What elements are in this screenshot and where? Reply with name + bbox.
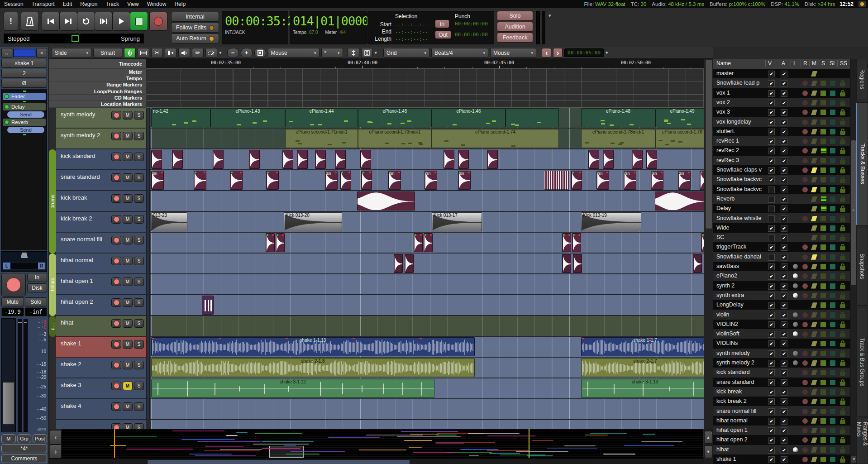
- ruler-label-tempo[interactable]: Tempo: [49, 75, 146, 81]
- solo-safe-lock-icon[interactable]: [840, 439, 845, 443]
- solo-state-icon[interactable]: [820, 254, 826, 260]
- side-tab-tracks-busses[interactable]: Tracks & Busses: [856, 102, 868, 225]
- track-solo-button[interactable]: S: [134, 298, 144, 307]
- solo-state-icon[interactable]: [820, 129, 826, 134]
- peak-display[interactable]: -inf: [25, 307, 48, 316]
- list-row-name[interactable]: vox 1: [716, 90, 766, 96]
- list-row-name[interactable]: kick break: [716, 388, 766, 395]
- strip-width-button[interactable]: ↔: [1, 48, 12, 58]
- track-timeline[interactable]: [151, 149, 704, 170]
- track-solo-button[interactable]: S: [134, 215, 144, 224]
- list-row-shake-1[interactable]: shake 1✔✔: [713, 454, 850, 464]
- solo-safe-lock-icon[interactable]: [840, 227, 845, 231]
- vertical-scrollbar-thumb[interactable]: [705, 60, 712, 229]
- track-name[interactable]: hihat: [61, 319, 111, 326]
- record-safe-icon[interactable]: [802, 129, 808, 134]
- processor-led[interactable]: [5, 105, 9, 109]
- pan-control[interactable]: L R: [1, 251, 47, 272]
- list-row-name[interactable]: hihat: [716, 446, 766, 453]
- visible-checkbox[interactable]: ✔: [768, 369, 775, 376]
- active-checkbox[interactable]: ✔: [781, 312, 787, 319]
- list-row-name[interactable]: VIOLINs: [716, 340, 766, 346]
- solo-safe-lock-icon[interactable]: [840, 246, 845, 250]
- record-button[interactable]: [149, 12, 167, 31]
- record-safe-icon[interactable]: [802, 457, 808, 462]
- record-safe-icon[interactable]: [802, 370, 808, 375]
- solo-isolate-icon[interactable]: [830, 302, 835, 308]
- zoom-focus-dropdown[interactable]: Mouse▾: [268, 48, 320, 57]
- track-header[interactable]: snare normal fillMS: [56, 233, 146, 253]
- mute-state-icon[interactable]: [811, 196, 817, 202]
- list-row-name[interactable]: kick break 2: [716, 398, 766, 404]
- mute-state-icon[interactable]: [811, 216, 817, 221]
- active-checkbox[interactable]: ✔: [781, 244, 787, 251]
- visible-checkbox[interactable]: [768, 234, 775, 241]
- visible-checkbox[interactable]: [768, 215, 775, 222]
- region[interactable]: [487, 150, 498, 169]
- track-header[interactable]: shake 4MS: [56, 399, 146, 420]
- track-header[interactable]: synth melodyMS: [56, 108, 146, 128]
- record-safe-icon[interactable]: [802, 437, 808, 443]
- metering-point-button[interactable]: Post: [33, 434, 47, 443]
- list-row-snare-standard[interactable]: snare standard✔✔: [713, 378, 850, 387]
- region[interactable]: sn: [388, 171, 401, 190]
- visible-checkbox[interactable]: ✔: [768, 379, 775, 386]
- scroll-up-button[interactable]: ▲: [704, 431, 712, 444]
- track-header[interactable]: snare standardMS: [56, 170, 146, 191]
- track-record-button[interactable]: [111, 194, 121, 203]
- mute-state-icon[interactable]: [811, 312, 817, 318]
- transport-expand-chevron[interactable]: ▾: [548, 13, 551, 19]
- list-row-revRec-2[interactable]: revRec 2✔✔: [713, 146, 850, 155]
- track-list-scrollbar[interactable]: ≡ ▼: [850, 59, 857, 464]
- region[interactable]: [646, 150, 657, 169]
- ruler-lane-location-markers[interactable]: [146, 101, 704, 108]
- list-row-name[interactable]: Wide: [716, 225, 766, 231]
- active-checkbox[interactable]: ✔: [781, 109, 787, 116]
- solo-state-icon[interactable]: [820, 399, 826, 404]
- processor-delay[interactable]: Delay: [3, 103, 46, 110]
- track-timeline[interactable]: [151, 316, 704, 336]
- track-color-strip[interactable]: [13, 49, 35, 57]
- region[interactable]: [405, 254, 414, 273]
- region[interactable]: ePiano-1.45: [358, 108, 432, 127]
- ruler-lane-range-markers[interactable]: [146, 81, 704, 88]
- solo-state-icon[interactable]: [820, 139, 826, 144]
- list-row-name[interactable]: SC: [716, 234, 766, 240]
- mute-state-icon[interactable]: [811, 283, 817, 289]
- list-row-synth-2[interactable]: synth 2✔✔: [713, 281, 850, 291]
- list-row-hihat-open-2[interactable]: hihat open 2✔✔: [713, 435, 850, 445]
- list-row-Wide[interactable]: Wide✔✔: [713, 223, 850, 233]
- list-row-name[interactable]: vox 2: [716, 99, 766, 105]
- solo-state-icon[interactable]: [820, 148, 827, 153]
- region[interactable]: [444, 150, 454, 169]
- track-solo-button[interactable]: S: [134, 382, 144, 390]
- active-checkbox[interactable]: ✔: [781, 379, 787, 386]
- list-row-master[interactable]: master✔✔: [713, 69, 850, 78]
- ruler-label-cd-markers[interactable]: CD Markers: [49, 95, 146, 101]
- solo-state-icon[interactable]: [820, 380, 826, 385]
- record-safe-icon[interactable]: [802, 409, 808, 414]
- list-row-vox-longdelay[interactable]: vox longdelay✔✔: [713, 117, 850, 127]
- solo-state-icon[interactable]: [820, 100, 826, 105]
- track-record-button[interactable]: [111, 382, 121, 390]
- track-solo-button[interactable]: S: [134, 132, 144, 140]
- active-checkbox[interactable]: ✔: [781, 427, 787, 434]
- solo-isolate-icon[interactable]: [830, 139, 835, 144]
- solo-safe-lock-icon[interactable]: [840, 304, 845, 308]
- solo-safe-lock-icon[interactable]: [840, 459, 845, 463]
- track-timeline[interactable]: [151, 295, 704, 316]
- track-mute-button[interactable]: M: [123, 423, 133, 429]
- solo-state-icon[interactable]: [820, 177, 826, 182]
- track-solo-button[interactable]: S: [134, 340, 144, 349]
- solo-state-icon[interactable]: [820, 235, 826, 240]
- solo-isolate-icon[interactable]: [830, 293, 835, 298]
- list-row-name[interactable]: synth melody: [716, 350, 766, 356]
- region[interactable]: [655, 191, 704, 210]
- active-checkbox[interactable]: ✔: [781, 158, 787, 164]
- track-name[interactable]: kick break: [61, 194, 111, 201]
- audition-button[interactable]: Audition: [497, 22, 533, 32]
- gain-fader-handle[interactable]: [3, 382, 14, 425]
- solo-state-icon[interactable]: [820, 409, 826, 414]
- list-column-v[interactable]: V: [765, 60, 772, 67]
- active-checkbox[interactable]: ✔: [781, 456, 787, 463]
